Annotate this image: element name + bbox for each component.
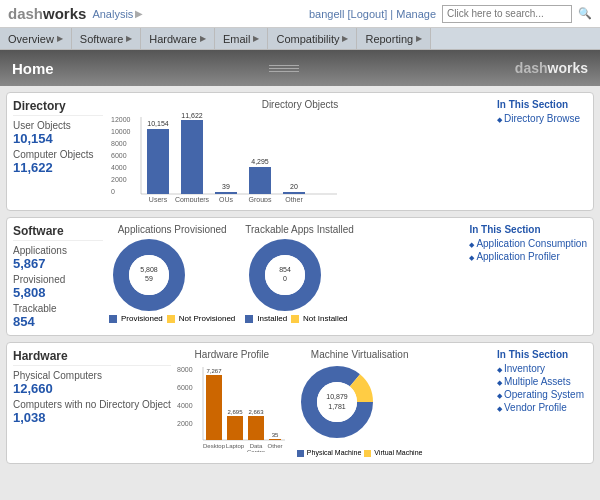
page-header: Home dashworks (0, 50, 600, 86)
physical-legend-dot (297, 450, 304, 457)
vendor-profile-link[interactable]: Vendor Profile (497, 402, 587, 413)
installed-legend-dot (245, 315, 253, 323)
tab-reporting[interactable]: Reporting ▶ (357, 28, 431, 49)
not-installed-legend-dot (291, 315, 299, 323)
app-profiler-link[interactable]: Application Profiler (469, 251, 587, 262)
software-arrow: ▶ (126, 34, 132, 43)
svg-text:Computers: Computers (175, 196, 210, 202)
no-dir-value[interactable]: 1,038 (13, 410, 171, 425)
page-logo: dashworks (515, 60, 588, 76)
svg-text:Groups: Groups (249, 196, 272, 202)
installed-legend-label: Installed (257, 314, 287, 323)
virtual-legend-label: Virtual Machine (374, 449, 422, 457)
applications-value[interactable]: 5,867 (13, 256, 103, 271)
svg-text:11,622: 11,622 (181, 112, 203, 119)
tab-hardware[interactable]: Hardware ▶ (141, 28, 215, 49)
software-in-section: In This Section Application Consumption … (469, 224, 587, 329)
hardware-bar-chart-svg: 8000 6000 4000 2000 7,267 2,695 2,663 (177, 362, 287, 452)
email-arrow: ▶ (253, 34, 259, 43)
svg-text:4,295: 4,295 (251, 158, 269, 165)
virt-donut-svg: 10,879 1,781 (297, 362, 397, 447)
hardware-profile-title: Hardware Profile (177, 349, 287, 360)
page-logo-dash: dash (515, 60, 548, 76)
hardware-in-section: In This Section Inventory Multiple Asset… (497, 349, 587, 457)
svg-text:Users: Users (149, 196, 168, 202)
machine-virt-title: Machine Virtualisation (297, 349, 423, 360)
tab-email[interactable]: Email ▶ (215, 28, 269, 49)
physical-computers-label: Physical Computers (13, 370, 171, 381)
directory-browse-link[interactable]: Directory Browse (497, 113, 587, 124)
content-area: Directory User Objects 10,154 Computer O… (0, 86, 600, 500)
svg-text:35: 35 (272, 432, 279, 438)
donut-installed-svg: 854 0 (245, 237, 345, 312)
directory-in-section: In This Section Directory Browse (497, 99, 587, 204)
svg-text:59: 59 (145, 275, 153, 282)
tab-compatibility[interactable]: Compatibility ▶ (268, 28, 357, 49)
inventory-link[interactable]: Inventory (497, 363, 587, 374)
software-stats: Software Applications 5,867 Provisioned … (13, 224, 103, 329)
tab-software[interactable]: Software ▶ (72, 28, 141, 49)
multiple-assets-link[interactable]: Multiple Assets (497, 376, 587, 387)
hardware-in-section-title: In This Section (497, 349, 587, 360)
user-links[interactable]: bangell [Logout] | Manage (309, 8, 436, 20)
virtual-legend-dot (364, 450, 371, 457)
hardware-arrow: ▶ (200, 34, 206, 43)
svg-text:10000: 10000 (111, 128, 131, 135)
no-dir-label: Computers with no Directory Object (13, 399, 171, 410)
hardware-profile-chart: Hardware Profile 8000 6000 4000 2000 7,2… (177, 349, 287, 454)
svg-text:2000: 2000 (177, 420, 193, 427)
header-line2 (269, 68, 299, 69)
hardware-stats: Hardware Physical Computers 12,660 Compu… (13, 349, 171, 457)
bar-ous (215, 192, 237, 194)
operating-system-link[interactable]: Operating System (497, 389, 587, 400)
svg-text:Other: Other (285, 196, 303, 202)
svg-text:1,781: 1,781 (328, 403, 346, 410)
tab-overview[interactable]: Overview ▶ (0, 28, 72, 49)
software-title: Software (13, 224, 103, 241)
directory-in-section-title: In This Section (497, 99, 587, 110)
svg-text:4000: 4000 (111, 164, 127, 171)
directory-chart: Directory Objects 12000 10000 8000 6000 … (109, 99, 491, 204)
hardware-card: Hardware Physical Computers 12,660 Compu… (6, 342, 594, 464)
logo-dash-text: dash (8, 5, 43, 22)
header-line3 (269, 71, 299, 72)
search-input[interactable] (442, 5, 572, 23)
physical-computers-value[interactable]: 12,660 (13, 381, 171, 396)
page-title: Home (12, 60, 54, 77)
not-installed-legend-label: Not Installed (303, 314, 347, 323)
nav-tabs: Overview ▶ Software ▶ Hardware ▶ Email ▶… (0, 28, 600, 50)
svg-point-45 (317, 382, 357, 422)
software-in-section-title: In This Section (469, 224, 587, 235)
computer-objects-label: Computer Objects (13, 149, 103, 160)
directory-title: Directory (13, 99, 103, 116)
logo-works-text: works (43, 5, 86, 22)
hardware-title: Hardware (13, 349, 171, 366)
user-objects-value[interactable]: 10,154 (13, 131, 103, 146)
search-icon[interactable]: 🔍 (578, 7, 592, 20)
reporting-arrow: ▶ (416, 34, 422, 43)
app-consumption-link[interactable]: Application Consumption (469, 238, 587, 249)
logo: dashworks (8, 5, 86, 22)
svg-text:2000: 2000 (111, 176, 127, 183)
header-line1 (269, 65, 299, 66)
analysis-arrow: ▶ (135, 8, 143, 19)
svg-text:10,879: 10,879 (326, 393, 348, 400)
app-provisioned-title: Applications Provisioned (109, 224, 235, 235)
trackable-value[interactable]: 854 (13, 314, 103, 329)
svg-text:0: 0 (111, 188, 115, 195)
provisioned-value[interactable]: 5,808 (13, 285, 103, 300)
applications-label: Applications (13, 245, 103, 256)
top-bar: dashworks Analysis ▶ bangell [Logout] | … (0, 0, 600, 28)
svg-text:854: 854 (279, 266, 291, 273)
computer-objects-value[interactable]: 11,622 (13, 160, 103, 175)
svg-text:4000: 4000 (177, 402, 193, 409)
svg-text:20: 20 (290, 183, 298, 190)
svg-text:5,808: 5,808 (140, 266, 158, 273)
svg-text:7,267: 7,267 (206, 368, 222, 374)
analysis-link[interactable]: Analysis (92, 8, 133, 20)
svg-text:2,663: 2,663 (248, 409, 264, 415)
svg-text:6000: 6000 (111, 152, 127, 159)
svg-text:10,154: 10,154 (147, 120, 169, 127)
donut-provisioned-svg: 5,808 59 (109, 237, 209, 312)
installed-legend: Installed Not Installed (245, 314, 354, 323)
